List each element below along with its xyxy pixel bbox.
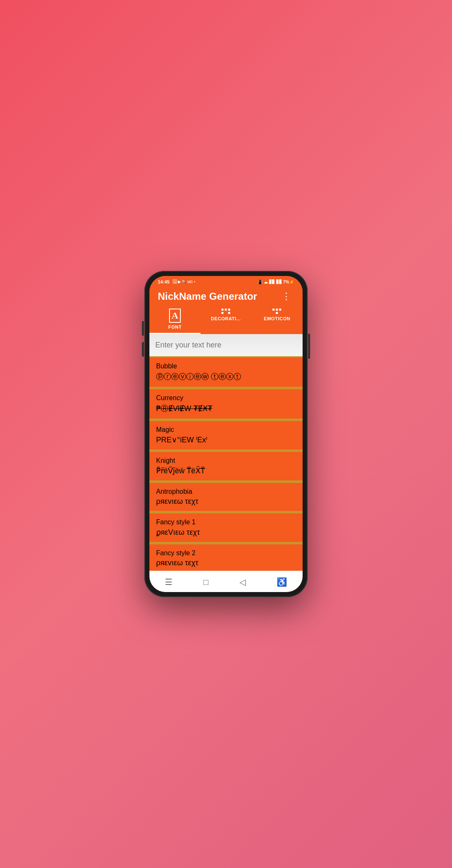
font-name: Knight [156, 457, 296, 465]
nav-home-button[interactable]: □ [197, 576, 215, 589]
list-item[interactable]: Antrophobia ρяεvıεω τεχτ [149, 483, 303, 511]
font-name: Magic [156, 426, 296, 434]
nav-menu-button[interactable]: ☰ [158, 575, 179, 589]
notification-icons: 🇺 ▶ 🔍 UC • [173, 280, 195, 284]
status-time: 14:45 🇺 ▶ 🔍 UC • [158, 279, 195, 284]
bottom-navigation: ☰ □ ◁ ♿ [149, 571, 303, 592]
font-tab-label: FONT [168, 324, 182, 329]
overflow-menu-button[interactable]: ⋮ [278, 289, 294, 304]
app-header: NickName Generator ⋮ [149, 286, 303, 304]
time-display: 14:45 [158, 279, 170, 284]
text-input-container [149, 334, 303, 356]
emoticon-tab-icon [272, 309, 282, 314]
font-preview: ₱ⓇɆVłɆW ₮ɆӾ₮ [156, 403, 296, 414]
font-name: Currency [156, 394, 296, 402]
battery-level: 7%⚡ [283, 280, 294, 284]
tab-emoticon[interactable]: EMOTICON [252, 307, 303, 334]
signal-icons: ▊▊ ▊▊ [269, 280, 282, 284]
tab-bar: A FONT DECORATI… EMOTICON [149, 304, 303, 334]
nav-accessibility-button[interactable]: ♿ [270, 575, 294, 589]
main-content: Bubble ⓟⓡⓔⓥⓘⓔⓦ ⓣⓔⓧⓣ Currency ₱ⓇɆVłɆW ₮ɆӾ… [149, 334, 303, 571]
wifi-icon: ☁ [264, 280, 268, 284]
sim-icon: 📳 [257, 280, 262, 284]
font-name: Fancy style 2 [156, 549, 296, 557]
font-preview: ⓟⓡⓔⓥⓘⓔⓦ ⓣⓔⓧⓣ [156, 372, 296, 382]
tab-decoration[interactable]: DECORATI… [200, 307, 252, 334]
list-item[interactable]: Fancy style 2 ρяεvıεω τεχτ [149, 544, 303, 571]
font-preview: P̈r̈ëV̈j̈ëẅ T̈ëẌT̈ [156, 466, 296, 475]
app-title: NickName Generator [158, 291, 257, 302]
font-name: Bubble [156, 363, 296, 370]
font-preview: ρяεvıεω τεχτ [156, 497, 296, 506]
status-right-icons: 📳 ☁ ▊▊ ▊▊ 7%⚡ [257, 280, 294, 284]
list-item[interactable]: Bubble ⓟⓡⓔⓥⓘⓔⓦ ⓣⓔⓧⓣ [149, 357, 303, 387]
font-name: Fancy style 1 [156, 518, 296, 526]
font-preview: ρяεvıεω τεχτ [156, 559, 296, 567]
tab-font[interactable]: A FONT [149, 307, 200, 334]
font-tab-icon: A [169, 309, 181, 323]
list-item[interactable]: Magic PRE∨°iEW ᴵExᴵ [149, 421, 303, 449]
decoration-tab-label: DECORATI… [211, 316, 241, 321]
nav-back-button[interactable]: ◁ [233, 575, 252, 589]
list-item[interactable]: Currency ₱ⓇɆVłɆW ₮ɆӾ₮ [149, 389, 303, 419]
text-input[interactable] [149, 334, 303, 356]
font-name: Antrophobia [156, 488, 296, 495]
power-button [308, 334, 310, 359]
status-bar: 14:45 🇺 ▶ 🔍 UC • 📳 ☁ ▊▊ ▊▊ 7%⚡ [149, 276, 303, 286]
decoration-tab-icon [221, 309, 231, 314]
list-item[interactable]: Fancy style 1 ϼяεVıεω τεχτ [149, 513, 303, 542]
phone-screen: 14:45 🇺 ▶ 🔍 UC • 📳 ☁ ▊▊ ▊▊ 7%⚡ NickName … [149, 276, 303, 592]
list-item[interactable]: Knight P̈r̈ëV̈j̈ëẅ T̈ëẌT̈ [149, 452, 303, 480]
phone-frame: 14:45 🇺 ▶ 🔍 UC • 📳 ☁ ▊▊ ▊▊ 7%⚡ NickName … [144, 271, 308, 597]
emoticon-tab-label: EMOTICON [264, 316, 290, 321]
vol-down-button [142, 342, 144, 357]
vol-up-button [142, 321, 144, 336]
font-preview: ϼяεVıεω τεχτ [156, 528, 296, 537]
font-preview: PRE∨°iEW ᴵExᴵ [156, 435, 296, 444]
